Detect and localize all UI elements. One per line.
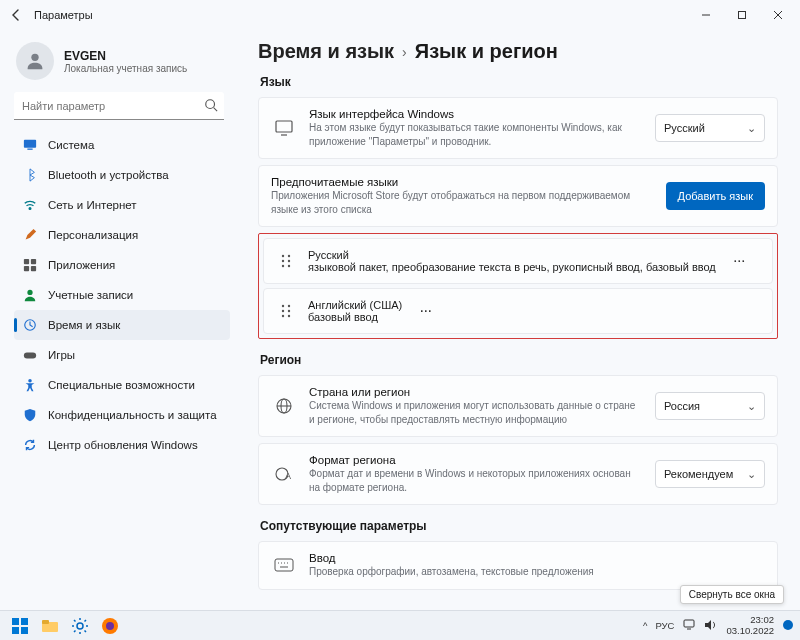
- search-box[interactable]: [14, 92, 230, 120]
- tray-date: 03.10.2022: [726, 626, 774, 636]
- sidebar-item-gaming[interactable]: Игры: [14, 340, 230, 370]
- main-content: Время и язык › Язык и регион Язык Язык и…: [240, 30, 800, 610]
- svg-point-15: [28, 379, 32, 383]
- svg-point-20: [282, 260, 284, 262]
- tray-network-icon[interactable]: [682, 619, 696, 633]
- sidebar-item-accounts[interactable]: Учетные записи: [14, 280, 230, 310]
- tray-notifications-icon[interactable]: [782, 619, 794, 633]
- wifi-icon: [22, 197, 38, 213]
- regional-format-card[interactable]: A Формат региона Формат дат и времени в …: [258, 443, 778, 505]
- language-name: Английский (США): [308, 299, 402, 311]
- more-button[interactable]: ···: [414, 305, 438, 317]
- svg-point-49: [106, 622, 114, 630]
- tray-language[interactable]: РУС: [655, 620, 674, 631]
- tray-volume-icon[interactable]: [704, 619, 718, 633]
- sidebar-item-label: Персонализация: [48, 229, 138, 241]
- sidebar-item-label: Учетные записи: [48, 289, 133, 301]
- country-desc: Система Windows и приложения могут испол…: [309, 399, 643, 426]
- select-value: Русский: [664, 122, 705, 134]
- nav: Система Bluetooth и устройства Сеть и Ин…: [14, 130, 230, 460]
- tray-overflow[interactable]: ^: [643, 620, 647, 631]
- maximize-button[interactable]: [724, 1, 760, 29]
- more-button[interactable]: ···: [728, 255, 752, 267]
- update-icon: [22, 437, 38, 453]
- svg-point-19: [288, 255, 290, 257]
- input-card[interactable]: Ввод Проверка орфографии, автозамена, те…: [258, 541, 778, 590]
- sidebar-item-accessibility[interactable]: Специальные возможности: [14, 370, 230, 400]
- breadcrumb-parent[interactable]: Время и язык: [258, 40, 394, 63]
- display-language-select[interactable]: Русский ⌄: [655, 114, 765, 142]
- globe-clock-icon: [22, 317, 38, 333]
- svg-point-23: [288, 265, 290, 267]
- account-name: EVGEN: [64, 49, 187, 63]
- input-title: Ввод: [309, 552, 765, 564]
- svg-point-52: [783, 620, 793, 630]
- breadcrumb: Время и язык › Язык и регион: [258, 40, 778, 63]
- svg-point-22: [282, 265, 284, 267]
- display-icon: [271, 118, 297, 138]
- sidebar-item-label: Приложения: [48, 259, 115, 271]
- apps-icon: [22, 257, 38, 273]
- regional-format-select[interactable]: Рекомендуем ⌄: [655, 460, 765, 488]
- section-related-title: Сопутствующие параметры: [260, 519, 778, 533]
- bluetooth-icon: [22, 167, 38, 183]
- country-select[interactable]: Россия ⌄: [655, 392, 765, 420]
- sidebar-item-bluetooth[interactable]: Bluetooth и устройства: [14, 160, 230, 190]
- accessibility-icon: [22, 377, 38, 393]
- svg-rect-44: [21, 627, 28, 634]
- brush-icon: [22, 227, 38, 243]
- avatar: [16, 42, 54, 80]
- svg-point-7: [29, 208, 31, 210]
- svg-rect-6: [27, 149, 32, 150]
- globe-icon: [271, 397, 297, 415]
- preferred-desc: Приложения Microsoft Store будут отображ…: [271, 189, 654, 216]
- svg-rect-43: [12, 627, 19, 634]
- svg-point-12: [27, 290, 32, 295]
- svg-point-47: [77, 623, 83, 629]
- sidebar-item-privacy[interactable]: Конфиденциальность и защита: [14, 400, 230, 430]
- sidebar-item-update[interactable]: Центр обновления Windows: [14, 430, 230, 460]
- drag-handle[interactable]: [276, 304, 296, 318]
- country-card[interactable]: Страна или регион Система Windows и прил…: [258, 375, 778, 437]
- tray-time: 23:02: [726, 615, 774, 625]
- svg-rect-9: [31, 259, 36, 264]
- svg-point-2: [31, 54, 38, 61]
- svg-rect-46: [42, 620, 49, 624]
- language-row[interactable]: Английский (США) базовый ввод ···: [263, 288, 773, 334]
- chevron-down-icon: ⌄: [747, 400, 756, 413]
- language-row[interactable]: Русский языковой пакет, преобразование т…: [263, 238, 773, 284]
- preferred-title: Предпочитаемые языки: [271, 176, 654, 188]
- account-block[interactable]: EVGEN Локальная учетная запись: [16, 42, 230, 80]
- taskbar-app-firefox[interactable]: [96, 612, 124, 640]
- sidebar-item-apps[interactable]: Приложения: [14, 250, 230, 280]
- svg-point-24: [282, 305, 284, 307]
- add-language-button[interactable]: Добавить язык: [666, 182, 765, 210]
- regional-format-title: Формат региона: [309, 454, 643, 466]
- drag-handle[interactable]: [276, 254, 296, 268]
- svg-point-18: [282, 255, 284, 257]
- sidebar-item-time-language[interactable]: Время и язык: [14, 310, 230, 340]
- select-value: Россия: [664, 400, 700, 412]
- sidebar-item-label: Bluetooth и устройства: [48, 169, 169, 181]
- display-language-card[interactable]: Язык интерфейса Windows На этом языке бу…: [258, 97, 778, 159]
- search-input[interactable]: [14, 92, 224, 120]
- svg-rect-5: [24, 140, 36, 148]
- back-button[interactable]: [4, 3, 28, 27]
- sidebar-item-personalization[interactable]: Персонализация: [14, 220, 230, 250]
- tray-clock[interactable]: 23:02 03.10.2022: [726, 615, 774, 636]
- close-button[interactable]: [760, 1, 796, 29]
- preferred-languages-card: Предпочитаемые языки Приложения Microsof…: [258, 165, 778, 227]
- taskbar-app-explorer[interactable]: [36, 612, 64, 640]
- section-language-title: Язык: [260, 75, 778, 89]
- sidebar-item-network[interactable]: Сеть и Интернет: [14, 190, 230, 220]
- sidebar-item-label: Система: [48, 139, 94, 151]
- start-button[interactable]: [6, 612, 34, 640]
- sidebar: EVGEN Локальная учетная запись Система B…: [0, 30, 240, 610]
- taskbar-app-settings[interactable]: [66, 612, 94, 640]
- chevron-right-icon: ›: [402, 44, 407, 60]
- sidebar-item-system[interactable]: Система: [14, 130, 230, 160]
- person-icon: [22, 287, 38, 303]
- svg-point-21: [288, 260, 290, 262]
- chevron-down-icon: ⌄: [747, 122, 756, 135]
- minimize-button[interactable]: [688, 1, 724, 29]
